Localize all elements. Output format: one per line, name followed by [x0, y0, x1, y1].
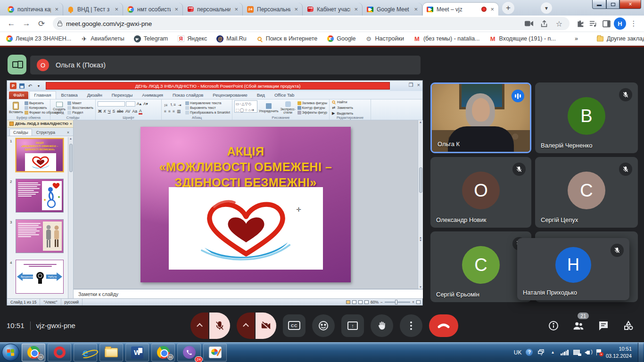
tab-close-icon[interactable]: × [413, 6, 419, 13]
slide-editor-area[interactable]: АКЦІЯ «МОЖЛИВОСТІ ОБМЕЖЕНІ – ЗДІБНОСТІ Б… [74, 120, 418, 289]
mic-options-chevron[interactable] [190, 313, 208, 339]
quick-styles-button[interactable]: Экспресс-стили [280, 100, 296, 115]
participant-tile-floating[interactable]: Н Наталія Приходько [517, 238, 629, 300]
panel-scrollbar[interactable]: ▲ [68, 137, 73, 298]
tab-close-icon[interactable]: × [489, 6, 495, 13]
numbering-icon[interactable]: ⒈≡ [169, 102, 176, 108]
camera-off-button[interactable] [256, 313, 276, 339]
url-text[interactable]: meet.google.com/vjz-gwxi-pne [66, 20, 520, 27]
activities-icon[interactable] [622, 320, 635, 332]
bookmark-item[interactable]: Telegram [134, 35, 168, 42]
tab-7[interactable]: Google Meet× [363, 3, 422, 16]
smartart-button[interactable]: Преобразовать в SmartArt [185, 111, 230, 115]
participant-tile[interactable]: В Валерій Черненко [535, 82, 638, 153]
section-button[interactable]: Раздел [67, 111, 93, 115]
text-direction-button[interactable]: Направление текста [185, 101, 230, 105]
ribbon-tab-transitions[interactable]: Переходы [107, 91, 137, 99]
zoom-in-icon[interactable]: + [412, 300, 414, 304]
new-tab-button[interactable]: + [502, 2, 514, 14]
tab-2[interactable]: ВНД | Тест з бі× [64, 3, 123, 16]
shape-outline-button[interactable]: Контур фигуры [297, 106, 327, 110]
fit-to-window-icon[interactable] [416, 300, 421, 304]
other-bookmarks-button[interactable]: Другие закладки [597, 35, 644, 42]
ribbon-tab-home[interactable]: Главная [29, 91, 56, 99]
taskbar-opera[interactable] [48, 344, 71, 362]
slide-thumbnail-3[interactable] [16, 219, 64, 253]
lock-icon[interactable] [58, 23, 62, 26]
bookmark-item[interactable]: ⚙Настройки [365, 35, 404, 42]
taskbar-chrome-2[interactable]: H [151, 344, 175, 362]
reload-icon[interactable]: ⟳ [35, 17, 48, 30]
address-bar[interactable]: meet.google.com/vjz-gwxi-pne ☆ [53, 17, 570, 30]
shrink-font-icon[interactable]: A▾ [143, 101, 149, 106]
doc-close-icon[interactable]: × [70, 122, 72, 126]
find-button[interactable]: Найти [331, 100, 353, 104]
sorter-view-icon[interactable] [352, 300, 356, 304]
ppt-restore-icon[interactable]: ❐ [409, 82, 413, 88]
close-button[interactable]: × [619, 0, 641, 9]
info-icon[interactable] [547, 320, 560, 332]
font-color-icon[interactable]: A [139, 108, 142, 115]
captions-button[interactable]: CC [283, 314, 305, 337]
ribbon-tab-insert[interactable]: Вставка [57, 91, 82, 99]
slide-thumbnail-2[interactable] [16, 179, 64, 213]
notes-pane[interactable]: Заметки к слайду [74, 289, 423, 298]
tab-close-icon[interactable]: × [293, 6, 299, 13]
replace-button[interactable]: ⇄Заменить [331, 105, 353, 110]
case-icon[interactable]: Aa [132, 109, 137, 114]
network-icon[interactable] [573, 349, 580, 356]
reading-view-icon[interactable] [358, 300, 363, 304]
slide-thumbnail-1[interactable]: АКЦІЯ«МОЖЛИВОСТІ ОБМЕЖЕНІ –ЗДІБНОСТІ БЕЗ… [16, 138, 64, 172]
slide-scrollbar[interactable]: ▲▲▼▼ [418, 120, 423, 289]
tab-3[interactable]: нмт особисти× [124, 3, 183, 16]
taskbar-explorer[interactable] [99, 344, 123, 362]
align-text-button[interactable]: Выровнять текст [185, 106, 230, 110]
layout-button[interactable]: Макет [67, 101, 93, 105]
bookmark-item[interactable]: Поиск в Интернете [256, 35, 318, 42]
tab-6[interactable]: Кабінет учасн× [303, 3, 363, 16]
ribbon-tab-animation[interactable]: Анимация [138, 91, 167, 99]
participant-tile[interactable]: С Сергій Єрьомін [430, 231, 531, 302]
windows-restore-icon[interactable] [537, 349, 545, 356]
shapes-gallery[interactable]: ▭◦△▽◇⬚◯☆⌂➔ [234, 100, 257, 113]
columns-icon[interactable]: ▥ [176, 109, 181, 114]
more-options-button[interactable] [400, 314, 422, 337]
tab-close-icon[interactable]: × [233, 6, 239, 13]
bold-button[interactable]: Ж [98, 109, 102, 114]
taskbar-viber[interactable]: 24 [177, 344, 201, 362]
back-icon[interactable]: ← [5, 17, 18, 30]
taskbar-chrome-active[interactable]: H [22, 344, 45, 362]
ppt-close-icon[interactable]: × [417, 82, 420, 88]
share-icon[interactable] [538, 18, 550, 29]
camera-options-chevron[interactable] [237, 313, 255, 339]
char-spacing-icon[interactable]: AV [125, 109, 131, 114]
slide-canvas[interactable]: АКЦІЯ «МОЖЛИВОСТІ ОБМЕЖЕНІ – ЗДІБНОСТІ Б… [140, 127, 351, 282]
signal-strength-icon[interactable] [561, 349, 569, 355]
select-button[interactable]: ▶Выделить [331, 111, 353, 115]
zoom-slider[interactable] [385, 302, 410, 303]
mic-mute-button[interactable] [209, 313, 230, 339]
tab-close-icon[interactable]: × [54, 6, 59, 13]
taskbar-ie[interactable]: e [74, 344, 97, 362]
participants-icon[interactable]: 21 [572, 320, 585, 332]
volume-icon[interactable] [585, 349, 592, 356]
ribbon-tab-file[interactable]: Файл [9, 91, 28, 99]
taskbar-clock[interactable]: 10:51 03.12.2024 [606, 346, 634, 359]
help-icon[interactable]: ? [526, 349, 533, 356]
present-screen-button[interactable]: ↑ [341, 314, 364, 337]
maximize-button[interactable] [606, 0, 619, 9]
leave-call-button[interactable] [429, 314, 458, 337]
media-controls-icon[interactable] [587, 18, 599, 29]
bookmarks-overflow-chevron[interactable]: » [575, 35, 578, 42]
participant-tile[interactable]: О Олександр Новик [430, 157, 531, 228]
taskbar-paint[interactable] [203, 344, 227, 362]
italic-button[interactable]: К [103, 109, 107, 114]
ppt-titlebar[interactable]: P ↶ ▼ ДЕНЬ ЛЮД.З ІНВАЛІДНІСТЮ - Microsof… [7, 81, 422, 91]
start-button[interactable] [2, 344, 19, 361]
language-indicator[interactable]: UK [514, 349, 522, 356]
font-size-box[interactable] [126, 101, 135, 107]
underline-button[interactable]: Ч [107, 109, 111, 114]
bookmark-item[interactable]: @Mail.Ru [216, 35, 246, 42]
chat-icon[interactable] [597, 320, 610, 332]
align-right-icon[interactable]: ≡ [172, 109, 175, 114]
